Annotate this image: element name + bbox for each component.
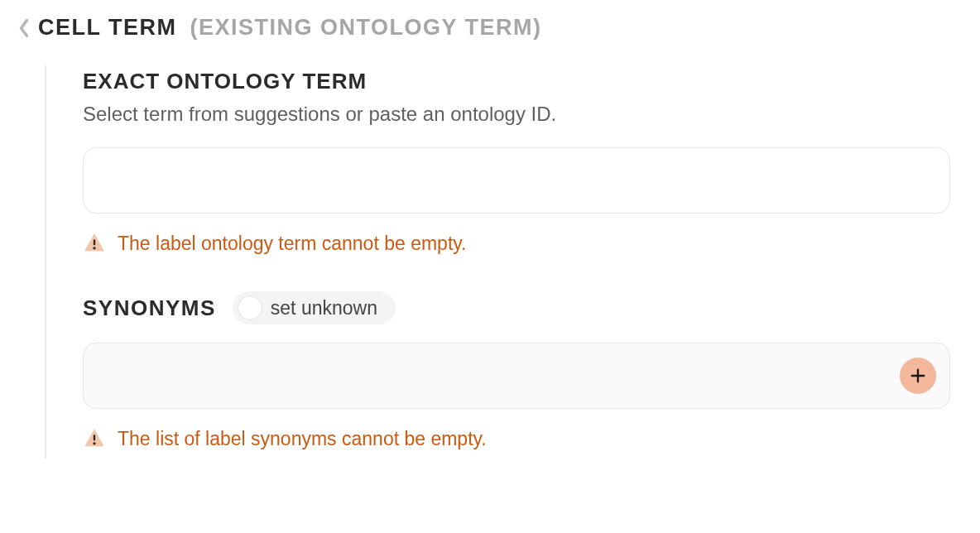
warning-icon [83, 427, 106, 450]
breadcrumb-header: CELL TERM (EXISTING ONTOLOGY TERM) [17, 15, 963, 41]
svg-point-5 [93, 442, 95, 444]
set-unknown-toggle[interactable]: set unknown [233, 291, 396, 324]
page-subtitle: (EXISTING ONTOLOGY TERM) [190, 15, 542, 41]
plus-icon [909, 367, 927, 385]
svg-rect-0 [94, 239, 95, 245]
synonyms-heading: SYNONYMS [83, 295, 216, 321]
toggle-label: set unknown [271, 297, 377, 319]
content-area: EXACT ONTOLOGY TERM Select term from sug… [45, 65, 963, 459]
warning-icon [83, 232, 106, 255]
ontology-description: Select term from suggestions or paste an… [83, 103, 963, 126]
ontology-heading: EXACT ONTOLOGY TERM [83, 69, 963, 94]
synonyms-warning: The list of label synonyms cannot be emp… [83, 427, 963, 450]
svg-point-1 [93, 247, 95, 249]
synonyms-warning-text: The list of label synonyms cannot be emp… [118, 428, 487, 450]
synonyms-header: SYNONYMS set unknown [83, 291, 963, 324]
ontology-warning-text: The label ontology term cannot be empty. [118, 233, 466, 255]
svg-rect-4 [94, 435, 95, 440]
page-title: CELL TERM [38, 15, 177, 41]
add-synonym-button[interactable] [900, 358, 936, 394]
back-chevron-icon[interactable] [17, 17, 31, 40]
ontology-term-input[interactable] [83, 147, 950, 214]
synonyms-input-container [83, 343, 950, 409]
synonyms-input[interactable] [97, 343, 900, 408]
ontology-warning: The label ontology term cannot be empty. [83, 232, 963, 255]
toggle-knob-icon [238, 295, 262, 320]
